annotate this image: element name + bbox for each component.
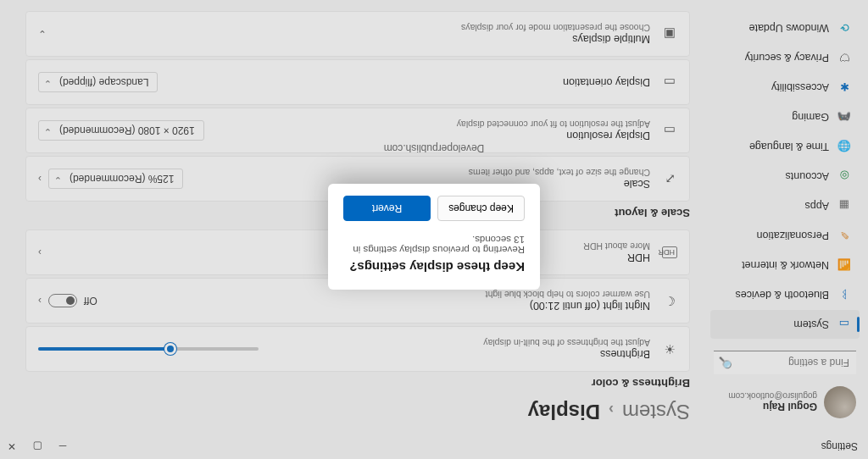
keep-changes-button[interactable]: Keep changes [437,196,525,221]
dialog-message: Reverting to previous display settings i… [343,235,525,255]
revert-button[interactable]: Revert [343,196,431,221]
dialog-title: Keep these display settings? [343,260,525,274]
keep-settings-dialog: Keep these display settings? Reverting t… [328,184,540,290]
